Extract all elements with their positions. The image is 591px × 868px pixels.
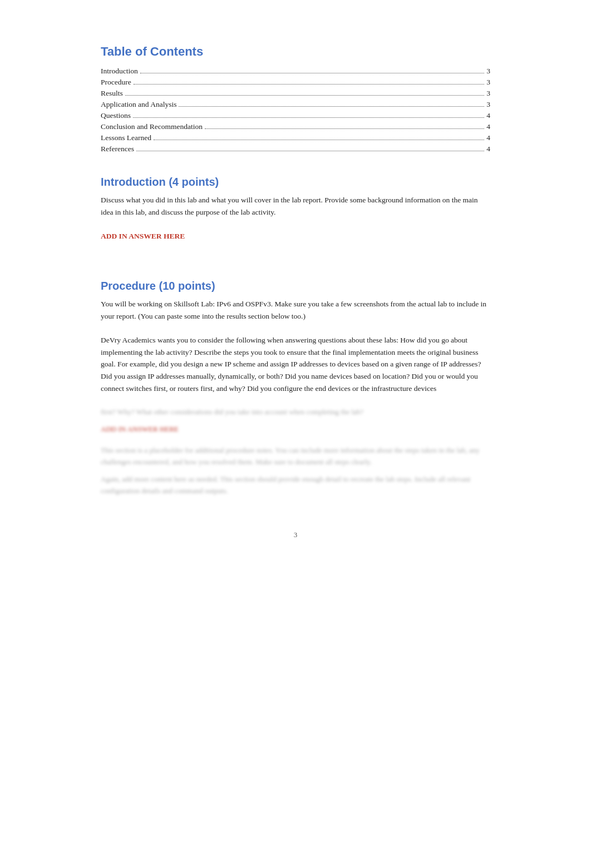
introduction-section: Introduction (4 points) Discuss what you… (101, 176, 490, 242)
toc-dots-references (136, 151, 484, 151)
toc-label-lessons: Lessons Learned (101, 133, 151, 142)
toc-dots-procedure (134, 84, 485, 85)
toc-dots-results (125, 95, 484, 96)
toc-entry-procedure: Procedure 3 (101, 78, 490, 87)
page-number: 3 (101, 530, 490, 539)
toc-label-introduction: Introduction (101, 67, 138, 76)
toc-dots-introduction (140, 73, 485, 73)
toc-entry-results: Results 3 (101, 89, 490, 98)
toc-label-procedure: Procedure (101, 78, 131, 87)
procedure-blurred-para2: Again, add more content here as needed. … (101, 474, 490, 497)
toc-entry-application: Application and Analysis 3 (101, 100, 490, 109)
toc-dots-questions (133, 117, 484, 118)
toc-dots-conclusion (205, 128, 484, 129)
procedure-text-2: DeVry Academics wants you to consider th… (101, 334, 490, 394)
toc-entry-lessons: Lessons Learned 4 (101, 133, 490, 142)
introduction-body: Discuss what you did in this lab and wha… (101, 194, 490, 242)
procedure-blurred-placeholder: ADD IN ANSWER HERE (101, 424, 490, 435)
toc-label-application: Application and Analysis (101, 100, 176, 109)
toc-page-questions: 4 (486, 111, 490, 120)
toc-label-references: References (101, 145, 134, 153)
toc-page-introduction: 3 (486, 67, 490, 76)
introduction-placeholder: ADD IN ANSWER HERE (101, 232, 185, 240)
procedure-text-1: You will be working on Skillsoft Lab: IP… (101, 298, 490, 322)
procedure-section: Procedure (10 points) You will be workin… (101, 280, 490, 497)
toc-page-references: 4 (486, 145, 490, 153)
introduction-text: Discuss what you did in this lab and wha… (101, 194, 490, 218)
toc-label-results: Results (101, 89, 123, 98)
toc-label-conclusion: Conclusion and Recommendation (101, 122, 203, 131)
procedure-blurred-1: first? Why? What other considerations di… (101, 406, 490, 418)
toc-page-conclusion: 4 (486, 122, 490, 131)
toc-page-lessons: 4 (486, 133, 490, 142)
introduction-title: Introduction (4 points) (101, 176, 490, 189)
toc-dots-lessons (154, 140, 484, 140)
procedure-blurred-para1: This section is a placeholder for additi… (101, 445, 490, 468)
procedure-body: You will be working on Skillsoft Lab: IP… (101, 298, 490, 497)
page-container: Table of Contents Introduction 3 Procedu… (67, 0, 524, 584)
toc-entry-references: References 4 (101, 145, 490, 153)
toc-entry-introduction: Introduction 3 (101, 67, 490, 76)
toc-dots-application (179, 106, 484, 107)
toc-section: Table of Contents Introduction 3 Procedu… (101, 44, 490, 153)
procedure-title: Procedure (10 points) (101, 280, 490, 292)
toc-entry-questions: Questions 4 (101, 111, 490, 120)
toc-page-procedure: 3 (486, 78, 490, 87)
toc-entry-conclusion: Conclusion and Recommendation 4 (101, 122, 490, 131)
toc-page-results: 3 (486, 89, 490, 98)
toc-page-application: 3 (486, 100, 490, 109)
toc-heading: Table of Contents (101, 44, 490, 59)
toc-label-questions: Questions (101, 111, 131, 120)
